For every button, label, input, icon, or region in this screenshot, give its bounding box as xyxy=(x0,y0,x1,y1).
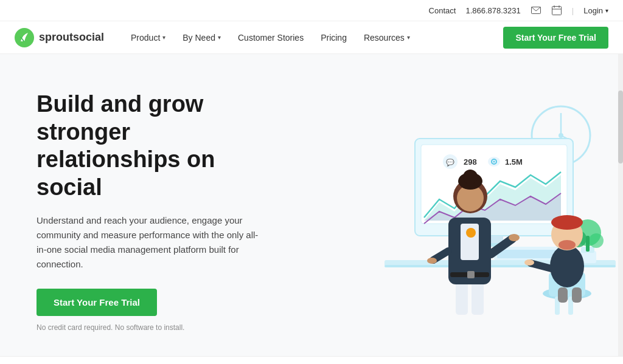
svg-point-63 xyxy=(509,234,520,241)
hero-section: Build and grow stronger relationships on… xyxy=(0,54,623,356)
phone-number: 1.866.878.3231 xyxy=(465,6,520,15)
nav-cta-button[interactable]: Start Your Free Trial xyxy=(503,27,608,49)
logo-text: sproutsocial xyxy=(39,31,104,44)
logos-bar: SUBARU Evernote shopify LOEWS HOTELS HOT… xyxy=(0,356,623,364)
svg-rect-56 xyxy=(467,271,475,278)
hero-disclaimer: No credit card required. No software to … xyxy=(37,323,268,332)
divider: | xyxy=(572,6,574,15)
nav-items: Product ▾ By Need ▾ Customer Stories Pri… xyxy=(124,28,503,47)
email-icon[interactable] xyxy=(531,5,541,16)
hero-description: Understand and reach your audience, enga… xyxy=(37,213,268,272)
svg-rect-50 xyxy=(572,287,582,303)
svg-rect-37 xyxy=(586,236,590,252)
nav-item-customer-stories[interactable]: Customer Stories xyxy=(231,28,311,47)
top-bar-links: Contact 1.866.878.3231 | Login ▾ xyxy=(429,5,608,16)
hero-illustration-area: 💬 298 1.5M xyxy=(292,54,623,356)
svg-point-48 xyxy=(524,259,534,266)
login-chevron-icon: ▾ xyxy=(605,7,608,14)
hero-content: Build and grow stronger relationships on… xyxy=(0,54,292,356)
by-need-chevron-icon: ▾ xyxy=(218,34,221,41)
resources-chevron-icon: ▾ xyxy=(407,34,410,41)
sprout-logo-icon xyxy=(15,28,34,47)
nav-item-by-need[interactable]: By Need ▾ xyxy=(175,28,228,47)
svg-point-17 xyxy=(493,160,495,162)
hero-cta-button[interactable]: Start Your Free Trial xyxy=(37,289,157,316)
svg-text:💬: 💬 xyxy=(446,158,454,167)
nav-item-resources[interactable]: Resources ▾ xyxy=(357,28,417,47)
svg-point-61 xyxy=(463,170,478,184)
svg-point-36 xyxy=(589,233,604,248)
svg-text:1.5M: 1.5M xyxy=(505,157,523,167)
main-nav: sproutsocial Product ▾ By Need ▾ Custome… xyxy=(0,21,623,54)
hero-title: Build and grow stronger relationships on… xyxy=(37,91,268,201)
nav-item-pricing[interactable]: Pricing xyxy=(313,28,354,47)
contact-link[interactable]: Contact xyxy=(429,6,456,15)
product-chevron-icon: ▾ xyxy=(162,34,165,41)
svg-point-57 xyxy=(466,228,476,238)
svg-point-9 xyxy=(559,133,563,138)
svg-point-45 xyxy=(551,215,583,230)
svg-point-65 xyxy=(427,258,437,264)
hero-illustration: 💬 298 1.5M xyxy=(293,78,622,333)
logo[interactable]: sproutsocial xyxy=(15,28,104,47)
calendar-icon[interactable] xyxy=(551,5,562,16)
svg-point-46 xyxy=(559,240,576,250)
nav-item-product[interactable]: Product ▾ xyxy=(124,28,173,47)
top-bar: Contact 1.866.878.3231 | Login ▾ xyxy=(0,0,623,21)
svg-rect-1 xyxy=(552,7,561,15)
svg-rect-49 xyxy=(558,287,568,303)
login-button[interactable]: Login ▾ xyxy=(583,6,608,15)
svg-text:298: 298 xyxy=(464,157,477,167)
